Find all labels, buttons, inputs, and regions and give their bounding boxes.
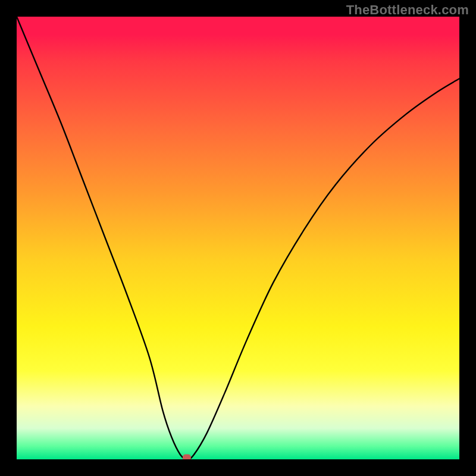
watermark-text: TheBottleneck.com — [346, 2, 469, 18]
plot-area — [17, 17, 459, 459]
chart-frame: TheBottleneck.com — [0, 0, 476, 476]
optimal-point-marker — [183, 455, 191, 460]
bottleneck-curve — [17, 17, 459, 459]
